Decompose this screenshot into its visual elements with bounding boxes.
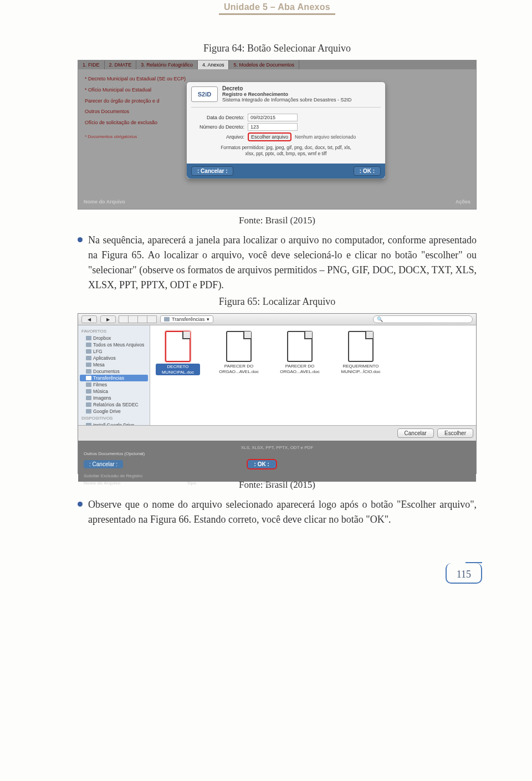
finder-sidebar: FAVORITOS Dropbox Todos os Meus Arquivos… [78,325,150,425]
sidebar-item-lfg[interactable]: LFG [78,348,150,355]
file-decreto[interactable]: DECRETO MUNICIPAL.doc [156,331,200,375]
doc-icon [348,331,374,362]
tab-row: 1. FIDE 2. DMATE 3. Relatório Fotográfic… [78,60,476,69]
tab-modelos[interactable]: 5. Modelos de Documentos [229,60,299,69]
chevron-down-icon: ▾ [207,317,209,322]
sidebar-item-mesa[interactable]: Mesa [78,361,150,368]
finder-cancel-button[interactable]: Cancelar [397,428,434,438]
doc-icon [226,331,252,362]
sidebar-item-imagens[interactable]: Imagens [78,395,150,401]
sidebar-item-transferencias[interactable]: Transferências [80,375,148,381]
underlying-dialog: XLS, XLSX, PPT, PPTX, ODT e PDF Outros D… [78,441,476,482]
sidebar-item-todos[interactable]: Todos os Meus Arquivos [78,341,150,348]
screenshot-finder: ◀ ▶ Transferências ▾ 🔍 FAVORITOS Dropbox… [78,313,477,474]
label-numero: Número do Decreto: [193,124,244,130]
under-col-tipo: Tipo [187,481,196,486]
finder-choose-button[interactable]: Escolher [437,428,473,438]
sidebar-header-fav: FAVORITOS [78,328,150,335]
paragraph-1: Na sequência, aparecerá a janela para lo… [88,233,477,293]
bullet-icon [78,237,83,242]
finder-footer: Cancelar Escolher [78,425,476,441]
sidebar-item-musica[interactable]: Música [78,388,150,395]
screenshot-s2id-dialog: 1. FIDE 2. DMATE 3. Relatório Fotográfic… [78,60,477,210]
header-rule [219,13,335,15]
file-requerimento[interactable]: REQUERIMENTO MUNICIP...ÍCIO.doc [339,331,383,374]
decreto-dialog: S2iD Decreto Registro e Reconhecimento S… [186,81,386,179]
doc-icon [287,331,313,362]
label-data: Data do Decreto: [193,115,244,120]
input-data-decreto[interactable]: 09/02/2015 [248,114,298,121]
tab-anexos[interactable]: 4. Anexos [198,60,229,69]
escolher-arquivo-button[interactable]: Escolher arquivo [248,132,291,141]
cancelar-button[interactable]: : Cancelar : [191,166,233,176]
dlg-title: Decreto [222,85,381,91]
col-nome: Nome do Arquivo [84,199,125,205]
col-acoes: Ações [456,199,470,205]
sidebar-item-dropbox[interactable]: Dropbox [78,335,150,341]
file-status: Nenhum arquivo selecionado [295,134,356,140]
file-parecer1[interactable]: PARECER DO ORGAO...AVEL.doc [217,331,261,374]
source-fig64: Fonte: Brasil (2015) [78,215,477,226]
paragraph-2: Observe que o nome do arquivo selecionad… [88,497,477,527]
sidebar-item-docs[interactable]: Documentos [78,368,150,375]
sidebar-item-gdrive[interactable]: Google Drive [78,408,150,415]
under-ok-button[interactable]: : OK : [247,459,277,469]
location-dropdown[interactable]: Transferências ▾ [160,315,213,323]
tab-dmate[interactable]: 2. DMATE [105,60,137,69]
under-col-nome: Nome do Arquivo [84,481,120,486]
input-numero-decreto[interactable]: 123 [248,123,298,131]
bullet-icon [78,502,83,507]
under-solicitar: Solicitar Exclusão de Registro [84,473,470,478]
folder-icon [164,317,170,321]
s2id-logo: S2iD [191,86,218,102]
ok-button[interactable]: : OK : [354,166,381,176]
search-input[interactable]: 🔍 [373,315,473,323]
file-parecer2[interactable]: PARECER DO ORGAO...AVEL.doc [278,331,322,374]
formats-hint: Formatos permitidos: jpg, jpeg, gif, png… [193,145,378,157]
tab-fide[interactable]: 1. FIDE [78,60,105,69]
sidebar-item-filmes[interactable]: Filmes [78,381,150,388]
bg-table-header: Nome do Arquivo Ações [84,199,470,205]
back-button[interactable]: ◀ [81,315,97,323]
page-number: 115 [446,563,482,584]
sidebar-item-apps[interactable]: Aplicativos [78,355,150,361]
fwd-button[interactable]: ▶ [100,315,116,323]
dlg-subtitle2: Sistema Integrado de Informações sobre D… [222,97,381,103]
running-header: Unidade 5 – Aba Anexos [78,0,477,12]
under-col-acoes: Ações [263,481,276,486]
label-arquivo: Arquivo: [193,134,244,140]
doc-icon [165,331,191,362]
view-segmented[interactable] [119,315,157,323]
file-grid: DECRETO MUNICIPAL.doc PARECER DO ORGAO..… [150,325,476,425]
search-icon: 🔍 [377,317,383,322]
sidebar-item-sedec[interactable]: Relatórios da SEDEC [78,401,150,408]
finder-toolbar: ◀ ▶ Transferências ▾ 🔍 [78,314,476,325]
under-cancel-button[interactable]: : Cancelar : [84,460,123,468]
sidebar-header-disp: DISPOSITIVOS [78,415,150,422]
figure64-caption: Figura 64: Botão Selecionar Arquivo [78,43,477,54]
dlg-subtitle1: Registro e Reconhecimento [222,91,381,97]
figure65-caption: Figura 65: Localizar Arquivo [78,296,477,308]
tab-relatorio[interactable]: 3. Relatório Fotográfico [136,60,198,69]
under-formats: XLS, XLSX, PPT, PPTX, ODT e PDF [84,445,470,450]
under-outros: Outros Documentos (Opcional) [84,451,470,456]
sidebar-item-install-gd[interactable]: Install Google Drive [78,422,150,425]
